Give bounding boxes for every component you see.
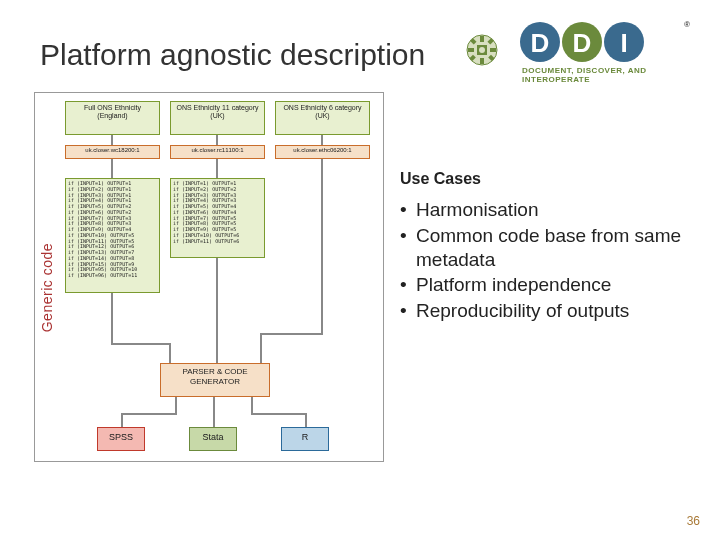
registered-mark: ® <box>684 20 690 29</box>
uri-box-2: uk.closer.ethc06200:1 <box>275 145 370 159</box>
use-cases-list: Harmonisation Common code base from same… <box>400 198 700 323</box>
uri-box-1: uk.closer.rc11100:1 <box>170 145 265 159</box>
arrow <box>321 178 323 333</box>
svg-rect-4 <box>480 58 484 64</box>
logo-tagline: DOCUMENT, DISCOVER, AND INTEROPERATE <box>522 66 690 84</box>
header-title-2: ONS Ethnicity 6 category <box>278 104 367 112</box>
arrow <box>251 413 307 415</box>
ddi-logo: D D I ® DOCUMENT, DISCOVER, AND INTEROPE… <box>460 20 690 80</box>
svg-rect-3 <box>480 36 484 42</box>
generic-code-label: Generic code <box>39 243 55 332</box>
arrow <box>111 135 113 145</box>
use-case-item: Platform independence <box>400 273 700 297</box>
arrow <box>321 159 323 178</box>
use-cases-heading: Use Cases <box>400 170 700 188</box>
svg-text:I: I <box>620 28 627 58</box>
header-box-2: ONS Ethnicity 6 category (UK) <box>275 101 370 135</box>
use-case-item: Common code base from same metadata <box>400 224 700 272</box>
arrow <box>305 413 307 427</box>
header-title-1: ONS Ethnicity 11 category <box>173 104 262 112</box>
header-title-0: Full ONS Ethnicity <box>68 104 157 112</box>
svg-rect-5 <box>468 48 474 52</box>
page-number: 36 <box>687 514 700 528</box>
output-stata: Stata <box>189 427 237 451</box>
header-sub-2: (UK) <box>278 112 367 120</box>
use-case-item: Harmonisation <box>400 198 700 222</box>
arrow <box>111 343 171 345</box>
arrow <box>216 258 218 343</box>
use-cases-panel: Use Cases Harmonisation Common code base… <box>400 170 700 325</box>
svg-point-2 <box>479 47 485 53</box>
uri-box-0: uk.closer.wc18200:1 <box>65 145 160 159</box>
use-case-item: Reproducibility of outputs <box>400 299 700 323</box>
code-box-0: if (INPUT=1) OUTPUT=1 if (INPUT=2) OUTPU… <box>65 178 160 293</box>
arrow <box>213 413 215 427</box>
arrow <box>260 333 323 335</box>
output-r: R <box>281 427 329 451</box>
arrow <box>111 293 113 343</box>
header-sub-1: (UK) <box>173 112 262 120</box>
arrow <box>121 413 177 415</box>
svg-rect-6 <box>490 48 496 52</box>
svg-text:D: D <box>531 28 550 58</box>
svg-text:D: D <box>573 28 592 58</box>
arrow <box>216 135 218 145</box>
arrow <box>216 343 218 363</box>
header-box-0: Full ONS Ethnicity (England) <box>65 101 160 135</box>
output-spss: SPSS <box>97 427 145 451</box>
slide: Platform agnostic description <box>0 0 720 540</box>
arrow <box>321 135 323 145</box>
arrow <box>121 413 123 427</box>
header-sub-0: (England) <box>68 112 157 120</box>
arrow <box>111 159 113 178</box>
parser-box: PARSER & CODE GENERATOR <box>160 363 270 397</box>
workflow-diagram: Generic code Full ONS Ethnicity (England… <box>34 92 384 462</box>
header-box-1: ONS Ethnicity 11 category (UK) <box>170 101 265 135</box>
arrow <box>216 159 218 178</box>
arrow <box>169 343 171 363</box>
slide-title: Platform agnostic description <box>40 38 425 72</box>
arrow <box>260 333 262 363</box>
code-box-1: if (INPUT=1) OUTPUT=1 if (INPUT=2) OUTPU… <box>170 178 265 258</box>
